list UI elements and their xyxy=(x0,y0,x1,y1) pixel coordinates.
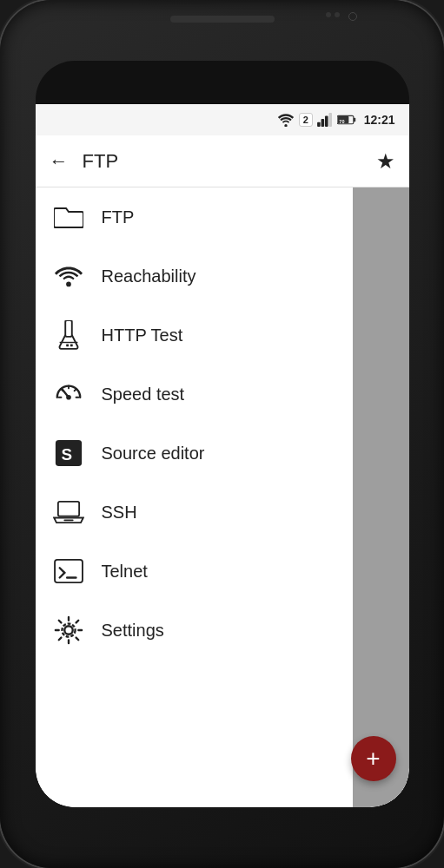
phone-dots xyxy=(326,12,340,17)
star-button[interactable]: ★ xyxy=(376,149,395,174)
phone-screen: 2 70 12:21 xyxy=(36,61,409,807)
folder-icon xyxy=(53,201,84,233)
terminal-icon xyxy=(53,556,84,587)
svg-point-29 xyxy=(64,626,72,634)
menu-label-ftp: FTP xyxy=(102,207,135,227)
app-title: FTP xyxy=(83,150,362,173)
menu-label-reachability: Reachability xyxy=(102,266,196,286)
svg-text:70: 70 xyxy=(339,119,344,124)
app-bar: ← FTP ★ xyxy=(36,135,409,187)
status-bar: 2 70 12:21 xyxy=(36,104,409,135)
menu-label-speed-test: Speed test xyxy=(102,385,185,404)
wifi-status-icon xyxy=(277,113,295,127)
svg-rect-25 xyxy=(55,560,83,582)
menu-label-settings: Settings xyxy=(102,621,164,641)
wifi-icon xyxy=(53,260,84,292)
svg-rect-4 xyxy=(328,113,332,127)
status-icons: 2 70 12:21 xyxy=(277,113,395,127)
svg-rect-10 xyxy=(65,320,72,337)
svg-rect-1 xyxy=(317,122,321,127)
test-tube-icon xyxy=(53,319,84,351)
svg-text:S: S xyxy=(61,445,72,464)
app-screen: ← FTP ★ FTP xyxy=(36,135,409,807)
svg-line-26 xyxy=(59,568,64,573)
speedometer-icon xyxy=(53,378,84,410)
svg-line-18 xyxy=(61,389,63,391)
svg-point-0 xyxy=(284,124,287,127)
notification-badge: 2 xyxy=(299,113,313,127)
svg-rect-2 xyxy=(321,119,324,127)
svg-rect-23 xyxy=(57,502,78,516)
camera xyxy=(348,12,357,21)
svg-rect-3 xyxy=(325,116,328,127)
phone-frame: 2 70 12:21 xyxy=(0,0,444,868)
svg-line-20 xyxy=(74,389,76,391)
speaker xyxy=(170,16,275,23)
menu-label-http-test: HTTP Test xyxy=(102,326,183,345)
svg-rect-12 xyxy=(66,344,69,346)
status-time: 12:21 xyxy=(364,113,395,127)
source-editor-icon: S xyxy=(53,437,84,469)
menu-label-ssh: SSH xyxy=(102,503,137,523)
svg-point-9 xyxy=(66,282,71,287)
gear-icon xyxy=(53,615,84,646)
back-button[interactable]: ← xyxy=(50,150,69,173)
laptop-icon xyxy=(53,496,84,528)
svg-line-27 xyxy=(59,573,64,578)
menu-label-source-editor: Source editor xyxy=(102,444,205,464)
side-panel xyxy=(353,187,409,807)
signal-icon xyxy=(317,113,333,127)
battery-icon: 70 xyxy=(337,114,356,126)
menu-label-telnet: Telnet xyxy=(102,562,148,582)
svg-rect-13 xyxy=(70,344,72,346)
fab-button[interactable]: + xyxy=(351,736,396,781)
menu-list: FTP Reachability xyxy=(36,187,409,807)
svg-point-15 xyxy=(66,395,71,400)
svg-rect-7 xyxy=(354,118,355,122)
